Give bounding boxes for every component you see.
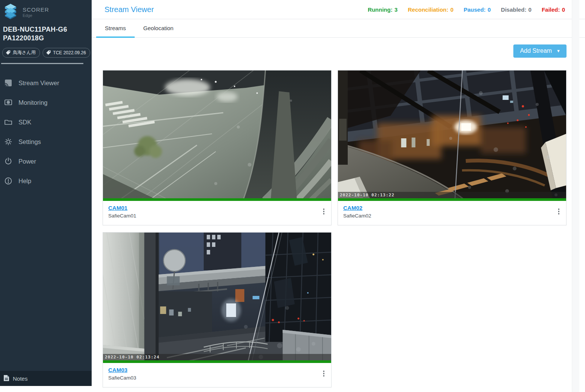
stream-menu-button[interactable]	[321, 369, 327, 378]
scrollbar-track[interactable]	[572, 0, 579, 392]
sidebar-item-label: Settings	[18, 138, 41, 145]
tab-streams[interactable]: Streams	[96, 19, 135, 38]
stream-link[interactable]: CAM03	[108, 367, 127, 373]
sidebar-item-label: SDK	[18, 119, 31, 126]
add-stream-label: Add Stream	[520, 47, 552, 54]
sidebar-item-label: Help	[18, 178, 31, 185]
camera-image	[103, 233, 331, 363]
gear-icon	[4, 137, 13, 146]
sidebar-item-monitoring[interactable]: Monitoring	[0, 93, 92, 112]
brand-home-link[interactable]: SCORER Edge	[0, 0, 92, 22]
stream-link[interactable]: CAM02	[343, 205, 362, 211]
camera-image	[338, 70, 566, 201]
device-tags: 鳥海さん用 TCE 2022.09.26	[0, 43, 92, 58]
device-name: DEB-NUC11PAH-G6 PA1220018G	[0, 22, 92, 43]
stream-card-cam01: CAM01 SafieCam01	[103, 70, 332, 225]
stream-status-bar	[103, 360, 331, 363]
stream-thumbnail[interactable]	[103, 70, 331, 201]
stream-menu-button[interactable]	[556, 207, 562, 216]
device-name-line2: PA1220018G	[3, 34, 89, 43]
sidebar-item-power[interactable]: Power	[0, 152, 92, 171]
brand-edition: Edge	[23, 13, 49, 18]
stream-card-footer: CAM01 SafieCam01	[103, 201, 331, 225]
sidebar-item-stream-viewer[interactable]: Stream Viewer	[0, 73, 92, 93]
stream-menu-button[interactable]	[321, 207, 327, 216]
tag-label: TCE 2022.09.26	[53, 50, 86, 55]
stream-thumbnail[interactable]: 2022-10-10 02:13:22	[338, 70, 566, 201]
tag-label: 鳥海さん用	[13, 49, 36, 56]
sidebar-item-settings[interactable]: Settings	[0, 132, 92, 152]
sidebar-item-label: Monitoring	[18, 99, 48, 106]
sidebar-nav: Stream Viewer Monitoring	[0, 73, 92, 191]
status-reconciliation: Reconciliation: 0	[408, 6, 454, 13]
status-paused: Paused: 0	[464, 6, 491, 13]
scorer-cube-icon	[3, 3, 18, 21]
timestamp-overlay: 2022-10-10 02:13:22	[338, 192, 566, 198]
sidebar-item-notes[interactable]: Notes	[0, 371, 92, 386]
sidebar-item-sdk[interactable]: SDK	[0, 112, 92, 132]
status-running: Running: 3	[368, 6, 398, 13]
notes-label: Notes	[13, 375, 28, 382]
stream-status-bar	[338, 198, 566, 201]
sidebar-divider	[1, 63, 83, 64]
page-title: Stream Viewer	[104, 5, 154, 14]
help-icon	[4, 176, 13, 185]
stream-subtitle: SafieCam01	[108, 213, 136, 219]
stream-card-footer: CAM03 SafieCam03	[103, 363, 331, 387]
monitoring-eye-icon	[4, 98, 13, 107]
sidebar-item-help[interactable]: Help	[0, 171, 92, 191]
stream-subtitle: SafieCam03	[108, 375, 136, 381]
folder-icon	[4, 118, 13, 127]
camera-image	[103, 70, 331, 201]
status-disabled: Disabled: 0	[501, 6, 532, 13]
stream-status-summary: Running: 3 Reconciliation: 0 Paused: 0 D…	[368, 6, 565, 13]
stream-status-bar	[103, 198, 331, 201]
tab-bar: Streams Geolocation	[92, 19, 585, 38]
sidebar: SCORER Edge DEB-NUC11PAH-G6 PA1220018G 鳥…	[0, 0, 92, 386]
stream-viewer-icon	[4, 78, 13, 87]
streams-content: Add Stream ▼	[92, 38, 567, 387]
stream-thumbnail[interactable]: 2022-10-10 02:13:24	[103, 233, 331, 363]
note-icon	[3, 375, 9, 383]
timestamp: 2022-10-10 02:13:22	[338, 193, 395, 198]
chevron-down-icon: ▼	[556, 49, 560, 53]
toolbar: Add Stream ▼	[103, 44, 567, 58]
stream-grid: CAM01 SafieCam01	[103, 70, 567, 387]
stream-card-footer: CAM02 SafieCam02	[338, 201, 566, 225]
stream-card-cam03: 2022-10-10 02:13:24 CAM03 SafieCam03	[103, 232, 332, 387]
timestamp: 2022-10-10 02:13:24	[103, 355, 160, 360]
brand-name: SCORER	[23, 6, 49, 13]
sidebar-item-label: Power	[18, 158, 36, 165]
device-tag[interactable]: 鳥海さん用	[2, 48, 40, 58]
add-stream-button[interactable]: Add Stream ▼	[513, 44, 567, 58]
sidebar-item-label: Stream Viewer	[18, 80, 59, 87]
timestamp-overlay: 2022-10-10 02:13:24	[103, 354, 331, 360]
stream-link[interactable]: CAM01	[108, 205, 127, 211]
page-header: Stream Viewer Running: 3 Reconciliation:…	[92, 0, 585, 19]
stream-card-cam02: 2022-10-10 02:13:22 CAM02 SafieCam02	[338, 70, 567, 225]
tag-icon	[46, 50, 51, 55]
main-area: Stream Viewer Running: 3 Reconciliation:…	[92, 0, 585, 392]
app-root: SCORER Edge DEB-NUC11PAH-G6 PA1220018G 鳥…	[0, 0, 585, 392]
stream-subtitle: SafieCam02	[343, 213, 371, 219]
status-failed: Failed: 0	[542, 6, 565, 13]
tag-icon	[6, 50, 11, 55]
power-icon	[4, 157, 13, 166]
tab-geolocation[interactable]: Geolocation	[135, 19, 182, 38]
device-tag[interactable]: TCE 2022.09.26	[43, 48, 90, 58]
device-name-line1: DEB-NUC11PAH-G6	[3, 25, 89, 34]
